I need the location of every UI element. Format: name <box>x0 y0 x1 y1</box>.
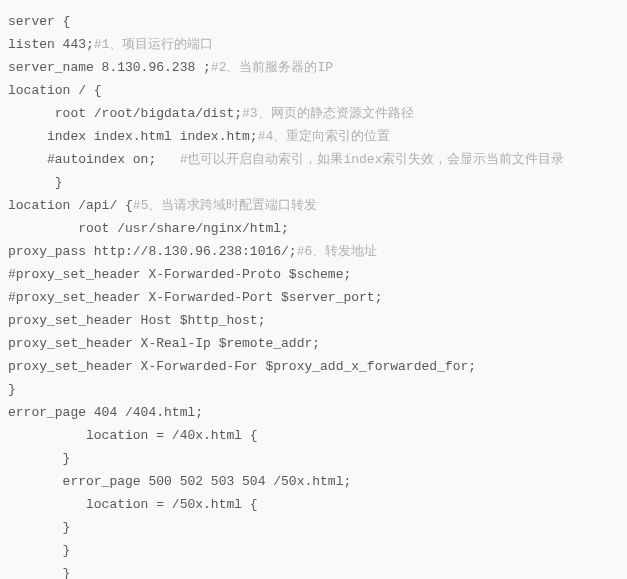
comment-text: #3、网页的静态资源文件路径 <box>242 106 414 121</box>
code-line: location = /40x.html { <box>8 424 619 447</box>
code-text: index index.html index.htm; <box>8 129 258 144</box>
code-text: proxy_set_header Host $http_host; <box>8 313 265 328</box>
code-line: } <box>8 539 619 562</box>
code-text: error_page 500 502 503 504 /50x.html; <box>8 474 351 489</box>
comment-text: #1、项目运行的端口 <box>94 37 214 52</box>
code-line: root /root/bigdata/dist;#3、网页的静态资源文件路径 <box>8 102 619 125</box>
code-text: } <box>8 175 63 190</box>
code-text: } <box>8 543 70 558</box>
comment-text: #4、重定向索引的位置 <box>258 129 391 144</box>
code-line: proxy_set_header X-Forwarded-For $proxy_… <box>8 355 619 378</box>
code-text: proxy_set_header X-Forwarded-For $proxy_… <box>8 359 476 374</box>
code-text: server_name 8.130.96.238 ; <box>8 60 211 75</box>
code-text: proxy_pass http://8.130.96.238:1016/; <box>8 244 297 259</box>
code-text: location = /50x.html { <box>8 497 258 512</box>
code-line: #autoindex on; #也可以开启自动索引，如果index索引失效，会显… <box>8 148 619 171</box>
code-text: location = /40x.html { <box>8 428 258 443</box>
comment-text: #2、当前服务器的IP <box>211 60 333 75</box>
code-line: proxy_set_header X-Real-Ip $remote_addr; <box>8 332 619 355</box>
code-line: error_page 404 /404.html; <box>8 401 619 424</box>
code-line: } <box>8 378 619 401</box>
code-text: root /root/bigdata/dist; <box>8 106 242 121</box>
code-text: } <box>8 382 16 397</box>
code-text: location /api/ { <box>8 198 133 213</box>
code-line: proxy_set_header Host $http_host; <box>8 309 619 332</box>
code-line: server { <box>8 10 619 33</box>
comment-text: #5、当请求跨域时配置端口转发 <box>133 198 318 213</box>
code-line: server_name 8.130.96.238 ;#2、当前服务器的IP <box>8 56 619 79</box>
code-text: #proxy_set_header X-Forwarded-Proto $sch… <box>8 267 351 282</box>
comment-text: #也可以开启自动索引，如果index索引失效，会显示当前文件目录 <box>180 152 565 167</box>
code-text: #autoindex on; <box>8 152 180 167</box>
code-text: error_page 404 /404.html; <box>8 405 203 420</box>
code-text: location / { <box>8 83 102 98</box>
code-text: } <box>8 451 70 466</box>
code-line: #proxy_set_header X-Forwarded-Port $serv… <box>8 286 619 309</box>
code-line: proxy_pass http://8.130.96.238:1016/;#6、… <box>8 240 619 263</box>
code-text: root /usr/share/nginx/html; <box>8 221 289 236</box>
code-line: } <box>8 562 619 579</box>
code-text: } <box>8 566 70 579</box>
code-line: #proxy_set_header X-Forwarded-Proto $sch… <box>8 263 619 286</box>
code-line: listen 443;#1、项目运行的端口 <box>8 33 619 56</box>
comment-text: #6、转发地址 <box>297 244 378 259</box>
code-text: #proxy_set_header X-Forwarded-Port $serv… <box>8 290 382 305</box>
code-text: } <box>8 520 70 535</box>
code-text: proxy_set_header X-Real-Ip $remote_addr; <box>8 336 320 351</box>
code-line: } <box>8 171 619 194</box>
code-line: index index.html index.htm;#4、重定向索引的位置 <box>8 125 619 148</box>
code-line: } <box>8 516 619 539</box>
code-line: root /usr/share/nginx/html; <box>8 217 619 240</box>
code-line: error_page 500 502 503 504 /50x.html; <box>8 470 619 493</box>
nginx-config-code-block: server {listen 443;#1、项目运行的端口server_name… <box>8 10 619 579</box>
code-line: location / { <box>8 79 619 102</box>
code-line: } <box>8 447 619 470</box>
code-text: listen 443; <box>8 37 94 52</box>
code-line: location = /50x.html { <box>8 493 619 516</box>
code-line: location /api/ {#5、当请求跨域时配置端口转发 <box>8 194 619 217</box>
code-text: server { <box>8 14 70 29</box>
